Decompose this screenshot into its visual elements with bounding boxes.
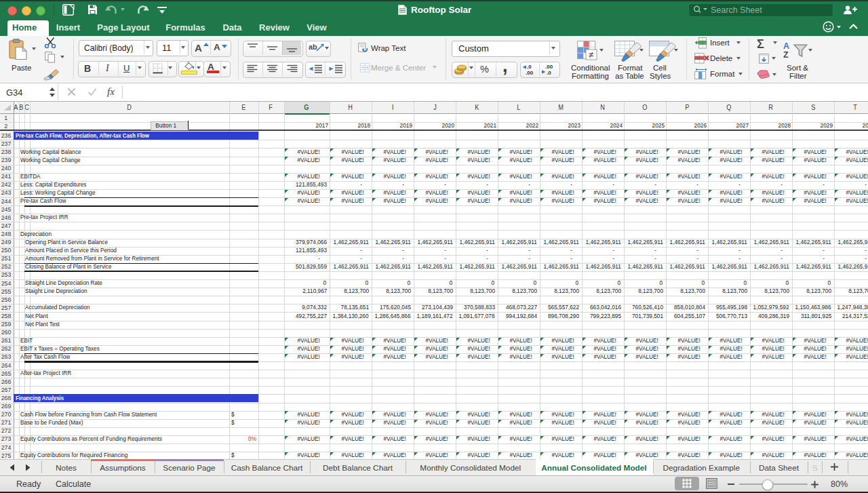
svg-text:≠: ≠ (589, 50, 593, 60)
svg-text:.00: .00 (545, 64, 553, 70)
svg-text:.00: .00 (526, 70, 534, 75)
svg-text:.0: .0 (547, 70, 551, 75)
svg-text:.0: .0 (527, 64, 532, 70)
